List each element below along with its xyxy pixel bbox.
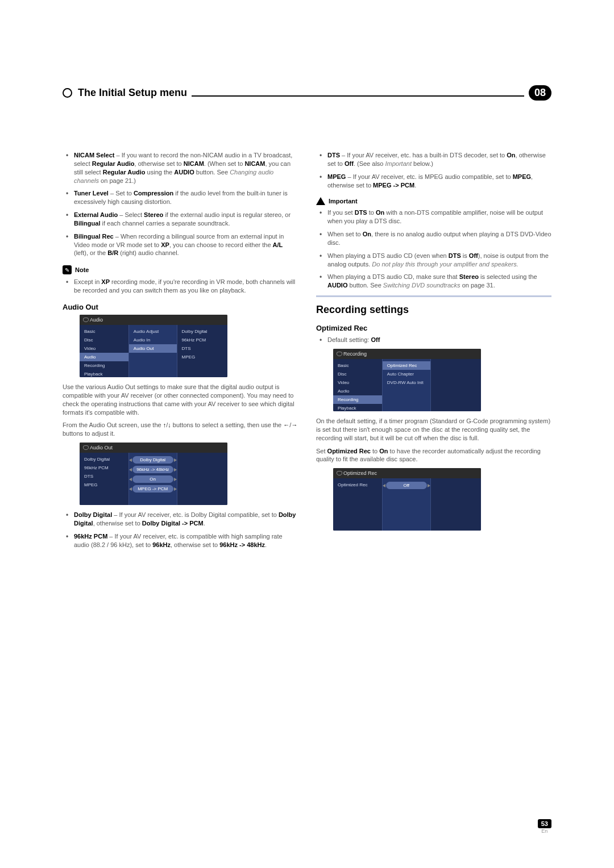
external-audio-item: External Audio – Select Stereo if the ex… [63, 211, 298, 228]
bilingual-label: Bilingual Rec [74, 233, 114, 240]
recording-settings-heading: Recording settings [316, 304, 551, 316]
nav-col-mid: Optimized Rec Auto Chapter DVD-RW Auto I… [382, 359, 431, 411]
audio-out-bullets-cont: DTS – If your AV receiver, etc. has a bu… [316, 151, 551, 189]
audio-out-screenshot: Audio Out Dolby Digital 96kHz PCM DTS MP… [80, 443, 227, 505]
nicam-select-item: NICAM Select – If you want to record the… [63, 151, 298, 185]
settings-col-left: Dolby Digital 96kHz PCM DTS MPEG [80, 453, 128, 505]
content-columns: NICAM Select – If you want to record the… [63, 151, 551, 553]
tuner-label: Tuner Level [74, 190, 109, 197]
arrow-up-icon [163, 422, 167, 428]
important-callout: Important [316, 197, 551, 205]
optimized-rec-heading: Optimized Rec [316, 324, 551, 332]
tuner-level-item: Tuner Level – Set to Compression if the … [63, 189, 298, 206]
optimized-rec-screenshot: Optimized Rec Optimized Rec Off [333, 468, 481, 531]
chapter-badge: 08 [529, 85, 551, 101]
arrow-right-icon [291, 422, 297, 428]
tuner-settings-list: NICAM Select – If you want to record the… [63, 151, 298, 257]
nav-col-mid: Audio Adjust Audio In Audio Out [128, 325, 177, 377]
section-divider [316, 295, 551, 297]
note-list: Except in XP recording mode, if you're r… [63, 278, 298, 295]
audio-out-bullets: Dolby Digital – If your AV receiver, etc… [63, 511, 298, 549]
bilingual-rec-item: Bilingual Rec – When recording a bilingu… [63, 232, 298, 258]
nav-col-right: Dolby Digital 96kHz PCM DTS MPEG [177, 325, 226, 377]
screenshot-title: Audio [80, 315, 227, 325]
important-item-4: When playing a DTS audio CD, make sure t… [316, 273, 551, 290]
settings-col-right: Dolby Digital 96kHz -> 48kHz On MPEG -> … [128, 453, 177, 505]
audio-menu-screenshot: Audio Basic Disc Video Audio Recording P… [80, 315, 227, 377]
note-item: Except in XP recording mode, if you're r… [63, 278, 298, 295]
settings-col-right: Off [382, 478, 431, 531]
96khz-pcm-item: 96kHz PCM – If your AV receiver, etc. is… [63, 532, 298, 549]
left-column: NICAM Select – If you want to record the… [63, 151, 298, 553]
optrec-paragraph-1: On the default setting, if a timer progr… [316, 417, 551, 443]
nicam-label: NICAM Select [74, 152, 115, 158]
screenshot-title: Recording [333, 349, 481, 359]
dolby-digital-item: Dolby Digital – If your AV receiver, etc… [63, 511, 298, 528]
page-footer: 53 En [538, 819, 551, 834]
settings-col-left: Optimized Rec [333, 478, 382, 531]
important-item-3: When playing a DTS audio CD (even when D… [316, 252, 551, 269]
optrec-paragraph-2: Set Optimized Rec to On to have the reco… [316, 447, 551, 464]
screenshot-title: Audio Out [80, 443, 227, 453]
header-bullet-icon [63, 88, 72, 98]
arrow-left-icon [283, 422, 289, 428]
important-list: If you set DTS to On with a non-DTS comp… [316, 208, 551, 290]
mpeg-item: MPEG – If your AV receiver, etc. is MPEG… [316, 173, 551, 190]
header-rule [192, 95, 524, 97]
page-header: The Initial Setup menu 08 [63, 85, 551, 100]
nav-col-left: Basic Disc Video Audio Recording Playbac… [80, 325, 128, 377]
important-item-2: When set to On, there is no analog audio… [316, 230, 551, 247]
pencil-icon: ✎ [63, 265, 72, 274]
external-audio-label: External Audio [74, 211, 118, 218]
audio-out-paragraph-2: From the Audio Out screen, use the / but… [63, 421, 298, 438]
note-label: Note [75, 266, 89, 273]
screenshot-title: Optimized Rec [333, 468, 481, 478]
note-callout: ✎ Note [63, 265, 298, 274]
important-label: Important [329, 198, 358, 205]
page-lang: En [538, 828, 551, 834]
audio-out-heading: Audio Out [63, 303, 298, 311]
optrec-default: Default setting: Off [316, 336, 551, 344]
right-column: DTS – If your AV receiver, etc. has a bu… [316, 151, 551, 553]
dts-item: DTS – If your AV receiver, etc. has a bu… [316, 151, 551, 168]
optrec-default-list: Default setting: Off [316, 336, 551, 344]
important-item-1: If you set DTS to On with a non-DTS comp… [316, 208, 551, 226]
page-number: 53 [538, 819, 551, 828]
recording-menu-screenshot: Recording Basic Disc Video Audio Recordi… [333, 349, 481, 411]
audio-out-paragraph-1: Use the various Audio Out settings to ma… [63, 383, 298, 416]
page-title: The Initial Setup menu [78, 87, 187, 99]
nav-col-left: Basic Disc Video Audio Recording Playbac… [333, 359, 382, 411]
warning-icon [316, 197, 325, 205]
